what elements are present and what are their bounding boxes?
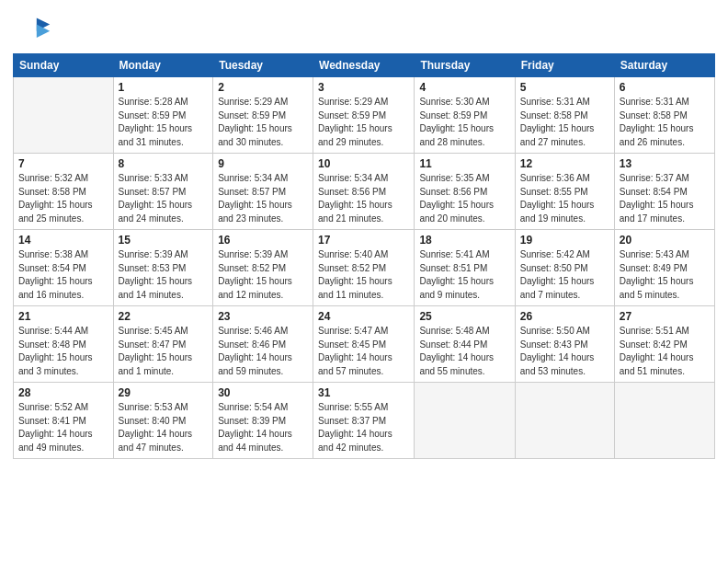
calendar-day: 19Sunrise: 5:42 AM Sunset: 8:50 PM Dayli… bbox=[515, 230, 614, 306]
calendar-day: 22Sunrise: 5:45 AM Sunset: 8:47 PM Dayli… bbox=[113, 306, 213, 383]
calendar-day: 9Sunrise: 5:34 AM Sunset: 8:57 PM Daylig… bbox=[213, 154, 313, 230]
logo bbox=[18, 13, 53, 46]
calendar-day: 12Sunrise: 5:36 AM Sunset: 8:55 PM Dayli… bbox=[515, 154, 614, 230]
day-number: 29 bbox=[119, 386, 209, 399]
day-number: 13 bbox=[620, 157, 710, 170]
day-number: 17 bbox=[318, 234, 409, 247]
day-info: Sunrise: 5:51 AM Sunset: 8:42 PM Dayligh… bbox=[620, 325, 710, 378]
day-number: 14 bbox=[18, 234, 108, 247]
calendar-day: 8Sunrise: 5:33 AM Sunset: 8:57 PM Daylig… bbox=[113, 154, 213, 230]
calendar-day: 16Sunrise: 5:39 AM Sunset: 8:52 PM Dayli… bbox=[213, 230, 313, 306]
day-info: Sunrise: 5:50 AM Sunset: 8:43 PM Dayligh… bbox=[520, 325, 609, 378]
calendar-day: 10Sunrise: 5:34 AM Sunset: 8:56 PM Dayli… bbox=[313, 154, 415, 230]
calendar-day: 6Sunrise: 5:31 AM Sunset: 8:58 PM Daylig… bbox=[614, 77, 714, 154]
day-number: 25 bbox=[419, 310, 509, 323]
week-row: 7Sunrise: 5:32 AM Sunset: 8:58 PM Daylig… bbox=[14, 154, 715, 230]
week-row: 21Sunrise: 5:44 AM Sunset: 8:48 PM Dayli… bbox=[14, 306, 715, 383]
day-number: 12 bbox=[520, 157, 609, 170]
day-number: 21 bbox=[18, 310, 108, 323]
day-info: Sunrise: 5:46 AM Sunset: 8:46 PM Dayligh… bbox=[218, 325, 308, 378]
calendar-day bbox=[415, 383, 515, 459]
day-number: 8 bbox=[119, 157, 209, 170]
day-info: Sunrise: 5:54 AM Sunset: 8:39 PM Dayligh… bbox=[218, 401, 308, 454]
week-row: 28Sunrise: 5:52 AM Sunset: 8:41 PM Dayli… bbox=[14, 383, 715, 459]
day-number: 24 bbox=[318, 310, 409, 323]
day-number: 27 bbox=[620, 310, 710, 323]
day-info: Sunrise: 5:32 AM Sunset: 8:58 PM Dayligh… bbox=[18, 172, 108, 225]
day-number: 16 bbox=[218, 234, 308, 247]
day-info: Sunrise: 5:39 AM Sunset: 8:52 PM Dayligh… bbox=[218, 248, 308, 302]
calendar-day bbox=[14, 77, 114, 154]
day-info: Sunrise: 5:29 AM Sunset: 8:59 PM Dayligh… bbox=[318, 96, 409, 149]
calendar-day: 26Sunrise: 5:50 AM Sunset: 8:43 PM Dayli… bbox=[515, 306, 614, 383]
day-number: 20 bbox=[620, 234, 710, 247]
calendar-day: 30Sunrise: 5:54 AM Sunset: 8:39 PM Dayli… bbox=[213, 383, 313, 459]
calendar-day: 25Sunrise: 5:48 AM Sunset: 8:44 PM Dayli… bbox=[415, 306, 515, 383]
day-info: Sunrise: 5:28 AM Sunset: 8:59 PM Dayligh… bbox=[119, 96, 209, 149]
day-number: 31 bbox=[318, 386, 409, 399]
day-info: Sunrise: 5:45 AM Sunset: 8:47 PM Dayligh… bbox=[119, 325, 209, 378]
header bbox=[0, 0, 728, 53]
calendar-day: 17Sunrise: 5:40 AM Sunset: 8:52 PM Dayli… bbox=[313, 230, 415, 306]
day-number: 23 bbox=[218, 310, 308, 323]
logo-icon bbox=[18, 13, 51, 46]
day-number: 26 bbox=[520, 310, 609, 323]
day-info: Sunrise: 5:47 AM Sunset: 8:45 PM Dayligh… bbox=[318, 325, 409, 378]
calendar-day: 13Sunrise: 5:37 AM Sunset: 8:54 PM Dayli… bbox=[614, 154, 714, 230]
day-number: 19 bbox=[520, 234, 609, 247]
day-info: Sunrise: 5:41 AM Sunset: 8:51 PM Dayligh… bbox=[419, 248, 509, 302]
calendar-day bbox=[515, 383, 614, 459]
day-of-week-header: Tuesday bbox=[213, 54, 313, 77]
week-row: 1Sunrise: 5:28 AM Sunset: 8:59 PM Daylig… bbox=[14, 77, 715, 154]
calendar-day: 27Sunrise: 5:51 AM Sunset: 8:42 PM Dayli… bbox=[614, 306, 714, 383]
calendar-day: 14Sunrise: 5:38 AM Sunset: 8:54 PM Dayli… bbox=[14, 230, 114, 306]
day-info: Sunrise: 5:30 AM Sunset: 8:59 PM Dayligh… bbox=[419, 96, 509, 149]
day-number: 4 bbox=[419, 81, 509, 94]
day-info: Sunrise: 5:31 AM Sunset: 8:58 PM Dayligh… bbox=[520, 96, 609, 149]
day-info: Sunrise: 5:38 AM Sunset: 8:54 PM Dayligh… bbox=[18, 248, 108, 302]
day-of-week-header: Sunday bbox=[14, 54, 114, 77]
day-number: 22 bbox=[119, 310, 209, 323]
day-number: 10 bbox=[318, 157, 409, 170]
day-header-row: SundayMondayTuesdayWednesdayThursdayFrid… bbox=[14, 54, 715, 77]
day-info: Sunrise: 5:36 AM Sunset: 8:55 PM Dayligh… bbox=[520, 172, 609, 225]
day-of-week-header: Friday bbox=[515, 54, 614, 77]
calendar-day: 28Sunrise: 5:52 AM Sunset: 8:41 PM Dayli… bbox=[14, 383, 114, 459]
calendar-day: 4Sunrise: 5:30 AM Sunset: 8:59 PM Daylig… bbox=[415, 77, 515, 154]
day-info: Sunrise: 5:39 AM Sunset: 8:53 PM Dayligh… bbox=[119, 248, 209, 302]
page: SundayMondayTuesdayWednesdayThursdayFrid… bbox=[0, 0, 728, 563]
calendar-day: 7Sunrise: 5:32 AM Sunset: 8:58 PM Daylig… bbox=[14, 154, 114, 230]
calendar-day: 20Sunrise: 5:43 AM Sunset: 8:49 PM Dayli… bbox=[614, 230, 714, 306]
day-number: 1 bbox=[119, 81, 209, 94]
calendar-day bbox=[614, 383, 714, 459]
day-number: 7 bbox=[18, 157, 108, 170]
day-info: Sunrise: 5:48 AM Sunset: 8:44 PM Dayligh… bbox=[419, 325, 509, 378]
day-info: Sunrise: 5:34 AM Sunset: 8:56 PM Dayligh… bbox=[318, 172, 409, 225]
calendar-day: 5Sunrise: 5:31 AM Sunset: 8:58 PM Daylig… bbox=[515, 77, 614, 154]
calendar-day: 31Sunrise: 5:55 AM Sunset: 8:37 PM Dayli… bbox=[313, 383, 415, 459]
day-info: Sunrise: 5:29 AM Sunset: 8:59 PM Dayligh… bbox=[218, 96, 308, 149]
day-info: Sunrise: 5:34 AM Sunset: 8:57 PM Dayligh… bbox=[218, 172, 308, 225]
day-info: Sunrise: 5:40 AM Sunset: 8:52 PM Dayligh… bbox=[318, 248, 409, 302]
day-number: 5 bbox=[520, 81, 609, 94]
day-of-week-header: Saturday bbox=[614, 54, 714, 77]
day-info: Sunrise: 5:31 AM Sunset: 8:58 PM Dayligh… bbox=[620, 96, 710, 149]
calendar-day: 11Sunrise: 5:35 AM Sunset: 8:56 PM Dayli… bbox=[415, 154, 515, 230]
day-number: 9 bbox=[218, 157, 308, 170]
calendar-day: 2Sunrise: 5:29 AM Sunset: 8:59 PM Daylig… bbox=[213, 77, 313, 154]
calendar-day: 1Sunrise: 5:28 AM Sunset: 8:59 PM Daylig… bbox=[113, 77, 213, 154]
day-number: 30 bbox=[218, 386, 308, 399]
calendar-table: SundayMondayTuesdayWednesdayThursdayFrid… bbox=[13, 53, 715, 459]
calendar-day: 3Sunrise: 5:29 AM Sunset: 8:59 PM Daylig… bbox=[313, 77, 415, 154]
day-of-week-header: Monday bbox=[113, 54, 213, 77]
day-number: 15 bbox=[119, 234, 209, 247]
day-number: 2 bbox=[218, 81, 308, 94]
calendar-day: 29Sunrise: 5:53 AM Sunset: 8:40 PM Dayli… bbox=[113, 383, 213, 459]
calendar-day: 18Sunrise: 5:41 AM Sunset: 8:51 PM Dayli… bbox=[415, 230, 515, 306]
calendar-day: 15Sunrise: 5:39 AM Sunset: 8:53 PM Dayli… bbox=[113, 230, 213, 306]
calendar-day: 23Sunrise: 5:46 AM Sunset: 8:46 PM Dayli… bbox=[213, 306, 313, 383]
day-info: Sunrise: 5:43 AM Sunset: 8:49 PM Dayligh… bbox=[620, 248, 710, 302]
day-info: Sunrise: 5:44 AM Sunset: 8:48 PM Dayligh… bbox=[18, 325, 108, 378]
day-info: Sunrise: 5:33 AM Sunset: 8:57 PM Dayligh… bbox=[119, 172, 209, 225]
day-info: Sunrise: 5:55 AM Sunset: 8:37 PM Dayligh… bbox=[318, 401, 409, 454]
